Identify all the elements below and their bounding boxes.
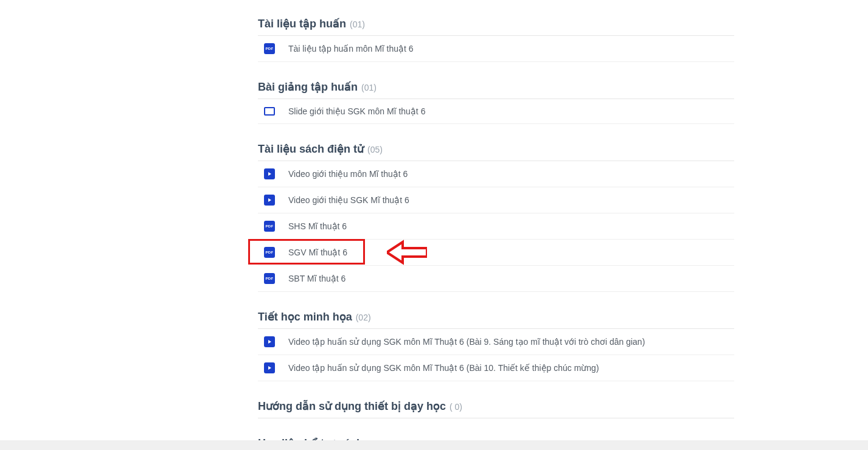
pdf-icon: PDF [264,43,275,54]
section-count: (02) [356,313,371,322]
section-header: Tiết học minh họa(02) [258,310,734,329]
section-title: Bài giảng tập huấn [258,80,358,94]
bottom-bar [0,440,868,450]
list-item[interactable]: Video tập huấn sử dụng SGK môn Mĩ Thuật … [258,329,734,355]
list-item[interactable]: Video giới thiệu SGK Mĩ thuật 6 [258,187,734,213]
section-header: Tài liệu tập huấn(01) [258,17,734,36]
slide-icon [264,107,275,116]
list-item[interactable]: PDFSGV Mĩ thuật 6 [258,240,734,266]
list-item[interactable]: PDFSBT Mĩ thuật 6 [258,266,734,292]
list-item[interactable]: PDFSHS Mĩ thuật 6 [258,213,734,240]
section-title: Tài liệu tập huấn [258,17,346,30]
list-item-label: Video giới thiệu SGK Mĩ thuật 6 [288,195,409,205]
list-item[interactable]: PDFTài liệu tập huấn môn Mĩ thuật 6 [258,36,734,62]
list-item[interactable]: Video tập huấn sử dụng SGK môn Mĩ Thuật … [258,355,734,381]
video-icon [264,168,275,179]
section-header: Bài giảng tập huấn(01) [258,80,734,99]
section: Tài liệu sách điện tử(05)Video giới thiệ… [258,142,734,292]
list-item[interactable]: Slide giới thiệu SGK môn Mĩ thuật 6 [258,99,734,124]
list-item-label: Tài liệu tập huấn môn Mĩ thuật 6 [288,44,414,54]
list-item-label: SHS Mĩ thuật 6 [288,221,347,231]
list-item-label: Slide giới thiệu SGK môn Mĩ thuật 6 [288,106,425,116]
section: Bài giảng tập huấn(01)Slide giới thiệu S… [258,80,734,124]
section: Hướng dẫn sử dụng thiết bị dạy học( 0) [258,400,734,418]
section-count: ( 0) [450,402,462,412]
pdf-icon: PDF [264,221,275,232]
section-header: Hướng dẫn sử dụng thiết bị dạy học( 0) [258,400,734,418]
section-count: (05) [367,145,383,154]
pdf-icon: PDF [264,247,275,258]
section: Tiết học minh họa(02)Video tập huấn sử d… [258,310,734,381]
section-title: Tiết học minh họa [258,310,352,324]
list-item-label: SBT Mĩ thuật 6 [288,274,345,283]
list-item-label: Video tập huấn sử dụng SGK môn Mĩ Thuật … [288,337,645,347]
section-count: (01) [350,19,365,29]
section: Tài liệu tập huấn(01)PDFTài liệu tập huấ… [258,17,734,62]
list-item[interactable]: Video giới thiệu môn Mĩ thuật 6 [258,161,734,187]
section-title: Tài liệu sách điện tử [258,142,364,156]
list-item-label: Video tập huấn sử dụng SGK môn Mĩ Thuật … [288,363,599,373]
section-title: Hướng dẫn sử dụng thiết bị dạy học [258,400,446,413]
section-header: Tài liệu sách điện tử(05) [258,142,734,161]
section-count: (01) [361,83,377,92]
video-icon [264,362,275,373]
list-item-label: SGV Mĩ thuật 6 [288,248,347,257]
pdf-icon: PDF [264,273,275,284]
list-item-label: Video giới thiệu môn Mĩ thuật 6 [288,169,408,179]
video-icon [264,336,275,347]
video-icon [264,195,275,206]
